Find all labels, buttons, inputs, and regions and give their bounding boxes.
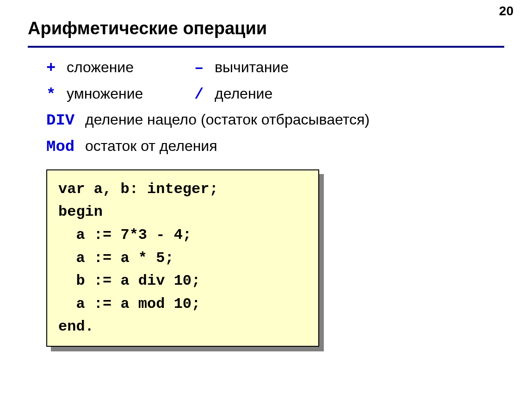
div-label: деление нацело (остаток отбрасывается) <box>85 108 370 131</box>
slide-title: Арифметические операции <box>0 0 532 43</box>
plus-symbol: + <box>46 56 67 81</box>
times-label: умножение <box>67 82 143 106</box>
mod-symbol: Mod <box>46 135 85 159</box>
op-mod: Mod остаток от деления <box>46 135 217 159</box>
op-times: * умножение <box>46 82 194 107</box>
code-box: var a, b: integer; begin a := 7*3 - 4; a… <box>46 169 319 347</box>
op-row-2: * умножение / деление <box>46 82 504 107</box>
minus-symbol: – <box>194 56 215 81</box>
times-symbol: * <box>46 82 67 107</box>
divide-symbol: / <box>194 82 215 107</box>
code-block: var a, b: integer; begin a := 7*3 - 4; a… <box>46 169 319 347</box>
plus-label: сложение <box>67 56 134 79</box>
page-number: 20 <box>499 4 513 19</box>
op-plus: + сложение <box>46 56 194 81</box>
op-divide: / деление <box>194 82 272 107</box>
op-div: DIV деление нацело (остаток отбрасываетс… <box>46 108 370 133</box>
mod-label: остаток от деления <box>85 135 217 158</box>
slide: 20 Арифметические операции + сложение – … <box>0 0 532 400</box>
content-area: + сложение – вычитание * умножение / дел… <box>0 48 532 347</box>
op-row-1: + сложение – вычитание <box>46 56 504 81</box>
div-symbol: DIV <box>46 108 85 133</box>
op-row-3: DIV деление нацело (остаток отбрасываетс… <box>46 108 504 133</box>
op-row-4: Mod остаток от деления <box>46 135 504 159</box>
minus-label: вычитание <box>215 56 289 79</box>
op-minus: – вычитание <box>194 56 289 81</box>
divide-label: деление <box>215 82 272 106</box>
